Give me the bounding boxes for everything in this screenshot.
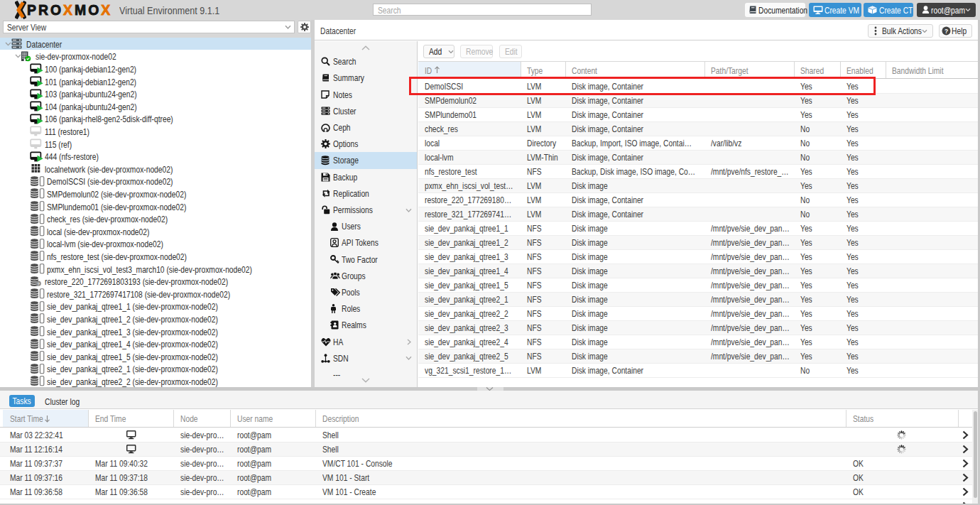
svg-text:?: ? bbox=[37, 281, 40, 286]
svg-text:?: ? bbox=[944, 28, 948, 35]
